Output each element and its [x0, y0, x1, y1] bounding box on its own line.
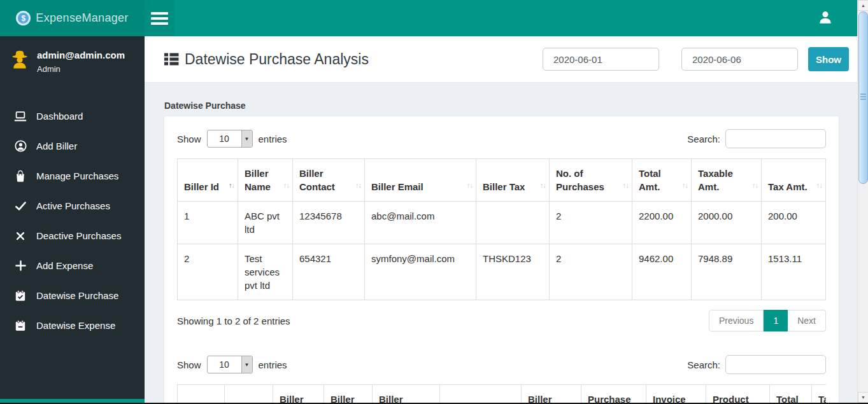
search-input[interactable]	[725, 355, 826, 374]
column-header[interactable]: Biller Name↑↓	[238, 159, 293, 202]
sidebar-item-deactive-purchases[interactable]: Deactive Purchases	[0, 221, 145, 251]
column-header[interactable]: Date↑↓	[225, 385, 273, 403]
sort-icon: ↑↓	[467, 179, 473, 192]
sidebar-item-manage-purchases[interactable]: Manage Purchases	[0, 161, 145, 191]
search-input[interactable]	[725, 129, 826, 148]
sidebar-item-add-expense[interactable]: Add Expense	[0, 251, 145, 281]
table1-footer: Showing 1 to 2 of 2 entries Previous 1 N…	[177, 310, 826, 331]
calendar-minus-icon	[14, 319, 27, 332]
entries-length-control: Show 10 ▼ entries	[177, 356, 287, 373]
search-label: Search:	[687, 359, 720, 370]
sidebar-item-datewise-purchase[interactable]: Datewise Purchase	[0, 281, 145, 310]
sort-icon: ↑↓	[623, 179, 629, 192]
table-cell: Test services pvt ltd	[238, 244, 293, 300]
brand-name: ExpenseManager	[36, 11, 128, 25]
content-header: Datewise Purchase Analysis Show	[145, 36, 857, 83]
table1-controls: Show 10 ▼ entries Search:	[177, 130, 826, 148]
scroll-up-icon[interactable]: ▲	[858, 0, 868, 11]
user-panel: admin@admin.com Admin	[0, 36, 145, 85]
table-cell: THSKD123	[476, 244, 550, 300]
date-from-input[interactable]	[543, 48, 659, 71]
scroll-down-icon[interactable]: ▼	[858, 392, 868, 403]
select-arrow-icon: ▼	[241, 356, 252, 373]
table-row: 2Test services pvt ltd654321symfony@mail…	[178, 244, 826, 300]
column-header[interactable]: Product Name↑↓	[706, 385, 770, 403]
table-cell	[476, 202, 550, 244]
dollar-coin-icon: $	[16, 11, 31, 25]
page-title-text: Datewise Purchase Analysis	[185, 51, 369, 68]
table-row: 1ABC pvt ltd12345678abc@mail.com22200.00…	[178, 202, 826, 244]
column-header[interactable]: Biller Email↑↓	[365, 159, 476, 202]
table-cell: 9462.00	[632, 244, 692, 300]
show-label: Show	[177, 134, 201, 144]
entries-select[interactable]: 10 ▼	[207, 130, 253, 148]
sidebar-item-label: Datewise Purchase	[36, 290, 118, 301]
column-header-label: Invoice No.	[653, 394, 686, 403]
datewise-purchase-panel: Show 10 ▼ entries Search: Biller Id↑↓Bil…	[164, 116, 839, 403]
next-page-button[interactable]: Next	[788, 310, 826, 331]
column-header[interactable]: Biller Email↑↓	[440, 385, 522, 403]
sidebar-item-label: Manage Purchases	[36, 171, 118, 181]
search-label: Search:	[687, 134, 720, 144]
table-cell: 2200.00	[632, 202, 692, 244]
shopping-bag-icon	[14, 170, 27, 183]
column-header[interactable]: Biller Name↑↓	[324, 385, 373, 403]
sidebar-item-active-purchases[interactable]: Active Purchases	[0, 191, 145, 221]
column-header[interactable]: Tax Amt.↑↓	[762, 159, 826, 202]
column-header-label: No. of Purchases	[556, 168, 604, 192]
table-cell: 654321	[293, 244, 365, 300]
column-header[interactable]: Taxable Amt.↑↓	[692, 159, 762, 202]
sidebar-item-label: Datewise Expense	[36, 320, 115, 331]
vertical-scrollbar[interactable]: ▲ ▼	[857, 0, 868, 403]
column-header[interactable]: Taxable Amt↑↓	[812, 385, 827, 403]
column-header[interactable]: S.No.↑↓	[178, 385, 225, 403]
date-to-input[interactable]	[681, 48, 798, 71]
sort-icon: ↑↓	[355, 179, 361, 192]
user-email: admin@admin.com	[37, 50, 125, 60]
spy-user-icon	[11, 49, 29, 69]
table-cell: 2000.00	[692, 202, 762, 244]
table-cell: 1	[178, 202, 238, 244]
sidebar-item-datewise-expense[interactable]: Datewise Expense	[0, 310, 145, 340]
column-header-label: Biller Email	[371, 181, 423, 192]
plus-icon	[14, 260, 27, 271]
entries-select[interactable]: 10 ▼	[207, 356, 253, 373]
show-button[interactable]: Show	[808, 47, 849, 71]
previous-page-button[interactable]: Previous	[709, 310, 764, 331]
main-content: Datewise Purchase Analysis Show Datewise…	[145, 36, 857, 403]
column-header[interactable]: Purchase Id↑↓	[581, 385, 646, 403]
column-header[interactable]: Total Amt.↑↓	[632, 159, 692, 202]
column-header[interactable]: Total Amt↑↓	[770, 385, 812, 403]
sort-icon: ↑↓	[283, 179, 289, 192]
column-header[interactable]: Invoice No.↑↓	[646, 385, 706, 403]
column-header-label: Product Name	[713, 394, 749, 403]
column-header[interactable]: Biller Tax↑↓	[476, 159, 550, 202]
sidebar-item-add-biller[interactable]: Add Biller	[0, 131, 145, 161]
table-cell: 1513.11	[762, 244, 826, 300]
sort-icon: ↑↓	[682, 179, 688, 192]
table-cell: 2	[550, 244, 632, 300]
sidebar-item-dashboard[interactable]: Dashboard	[0, 101, 145, 131]
user-role: Admin	[37, 64, 125, 74]
current-page-button[interactable]: 1	[764, 310, 788, 331]
sidebar-item-label: Dashboard	[36, 111, 83, 122]
column-header[interactable]: Biller Tax↑↓	[522, 385, 581, 403]
sidebar-menu: Dashboard Add Biller Manage Purchases Ac…	[0, 101, 145, 340]
scrollbar-thumb[interactable]	[858, 11, 868, 184]
column-header[interactable]: Biller Contact↑↓	[293, 159, 365, 202]
table-cell: 12345678	[293, 202, 365, 244]
hamburger-menu-icon[interactable]	[145, 0, 174, 36]
column-header-label: Total Amt.	[639, 168, 661, 192]
column-header[interactable]: Biller Id↑↓	[178, 159, 238, 202]
brand[interactable]: $ ExpenseManager	[0, 0, 145, 36]
column-header-label: Biller Id	[184, 181, 219, 192]
account-icon[interactable]	[818, 10, 833, 28]
column-header-label: Biller Name	[245, 168, 271, 192]
column-header[interactable]: No. of Purchases↑↓	[550, 159, 632, 202]
scrollbar-grip	[860, 94, 866, 100]
column-header[interactable]: Biller ID↑↓	[273, 385, 324, 403]
column-header[interactable]: Biller Contact↑↓	[373, 385, 440, 403]
column-header-label: Purchase Id	[588, 394, 631, 403]
times-icon	[14, 231, 27, 241]
table1-search: Search:	[687, 129, 826, 148]
